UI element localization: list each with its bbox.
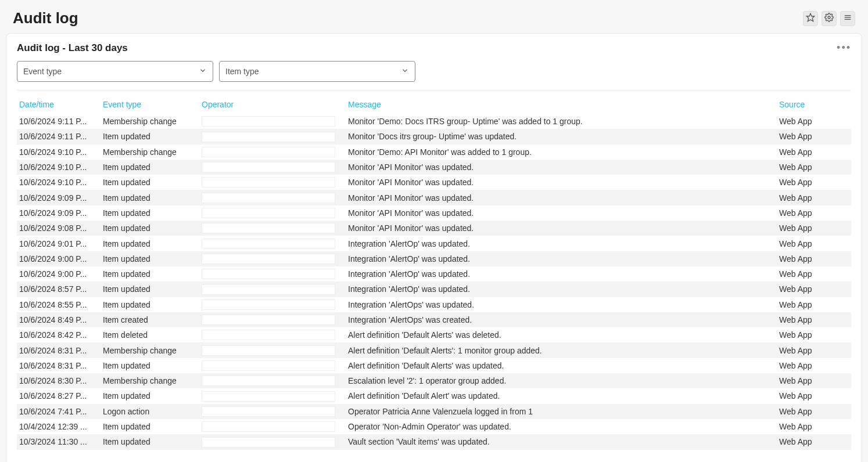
favorite-button[interactable] (803, 11, 818, 26)
audit-card: Audit log - Last 30 days ••• Event type … (6, 33, 862, 462)
table-row[interactable]: 10/6/2024 8:30 P...Membership changeEsca… (17, 373, 851, 388)
event-type-select[interactable]: Event type (17, 61, 213, 82)
item-type-select[interactable]: Item type (219, 61, 415, 82)
table-header-row: Date/time Event type Operator Message So… (17, 96, 851, 114)
svg-point-1 (828, 16, 830, 19)
table-row[interactable]: 10/6/2024 7:41 P...Logon actionOperator … (17, 404, 851, 419)
col-message[interactable]: Message (346, 96, 777, 114)
table-row[interactable]: 10/6/2024 9:09 P...Item updatedMonitor '… (17, 190, 851, 205)
cell-message: Monitor 'API Monitor' was updated. (346, 221, 777, 236)
table-row[interactable]: 10/6/2024 9:10 P...Item updatedMonitor '… (17, 175, 851, 190)
table-row[interactable]: 10/3/2024 11:30 ...Item updatedVault sec… (17, 434, 851, 449)
cell-message: Monitor 'API Monitor' was updated. (346, 190, 777, 205)
operator-redacted (202, 162, 335, 172)
cell-message: Operator 'Non-Admin Operator' was update… (346, 419, 777, 434)
cell-source: Web App (777, 388, 851, 403)
cell-operator (199, 251, 346, 266)
cell-message: Alert definition 'Default Alerts' was de… (346, 327, 777, 342)
cell-operator (199, 145, 346, 160)
table-row[interactable]: 10/6/2024 9:11 P...Membership changeMoni… (17, 114, 851, 129)
operator-redacted (202, 406, 335, 417)
table-row[interactable]: 10/6/2024 8:31 P...Membership changeAler… (17, 342, 851, 358)
gear-icon (824, 13, 834, 24)
header-actions (803, 11, 855, 26)
cell-message: Monitor 'API Monitor' was updated. (346, 205, 777, 221)
cell-source: Web App (777, 266, 851, 281)
operator-redacted (202, 360, 335, 371)
cell-datetime: 10/6/2024 9:10 P... (17, 145, 101, 160)
cell-message: Operator Patricia Anne Valenzuela logged… (346, 404, 777, 419)
settings-button[interactable] (822, 11, 837, 26)
cell-datetime: 10/6/2024 9:08 P... (17, 221, 101, 236)
cell-operator (199, 114, 346, 129)
table-row[interactable]: 10/6/2024 9:00 P...Item updatedIntegrati… (17, 266, 851, 281)
cell-event-type: Item created (101, 312, 199, 327)
table-row[interactable]: 10/6/2024 9:01 P...Item updatedIntegrati… (17, 236, 851, 251)
col-event-type[interactable]: Event type (101, 96, 199, 114)
cell-operator (199, 175, 346, 190)
table-row[interactable]: 10/6/2024 8:27 P...Item updatedAlert def… (17, 388, 851, 403)
cell-source: Web App (777, 129, 851, 144)
cell-source: Web App (777, 419, 851, 434)
cell-operator (199, 205, 346, 221)
table-row[interactable]: 10/6/2024 9:10 P...Item updatedMonitor '… (17, 160, 851, 175)
operator-redacted (202, 239, 335, 249)
table-row[interactable]: 10/6/2024 8:31 P...Item updatedAlert def… (17, 358, 851, 373)
cell-source: Web App (777, 221, 851, 236)
cell-operator (199, 221, 346, 236)
cell-event-type: Item updated (101, 175, 199, 190)
card-title: Audit log - Last 30 days (17, 42, 128, 54)
menu-button[interactable] (840, 11, 855, 26)
table-row[interactable]: 10/4/2024 12:39 ...Item updatedOperator … (17, 419, 851, 434)
cell-datetime: 10/6/2024 9:09 P... (17, 205, 101, 221)
cell-event-type: Item deleted (101, 327, 199, 342)
cell-source: Web App (777, 327, 851, 342)
table-row[interactable]: 10/6/2024 8:49 P...Item createdIntegrati… (17, 312, 851, 327)
card-more-button[interactable]: ••• (837, 42, 851, 54)
operator-redacted (202, 315, 335, 325)
cell-event-type: Membership change (101, 114, 199, 129)
cell-operator (199, 342, 346, 358)
table-row[interactable]: 10/6/2024 8:57 P...Item updatedIntegrati… (17, 281, 851, 297)
cell-operator (199, 358, 346, 373)
col-datetime[interactable]: Date/time (17, 96, 101, 114)
cell-datetime: 10/6/2024 9:01 P... (17, 236, 101, 251)
cell-datetime: 10/6/2024 8:42 P... (17, 327, 101, 342)
redacted-text (534, 408, 580, 416)
table-row[interactable]: 10/6/2024 8:55 P...Item updatedIntegrati… (17, 297, 851, 312)
table-row[interactable]: 10/6/2024 9:10 P...Membership changeMoni… (17, 145, 851, 160)
cell-event-type: Item updated (101, 160, 199, 175)
cell-datetime: 10/6/2024 9:09 P... (17, 190, 101, 205)
cell-message: Alert definition 'Default Alert' was upd… (346, 388, 777, 403)
cell-operator (199, 297, 346, 312)
operator-redacted (202, 269, 335, 279)
item-type-placeholder: Item type (225, 67, 259, 76)
cell-event-type: Item updated (101, 419, 199, 434)
cell-event-type: Item updated (101, 434, 199, 449)
cell-event-type: Item updated (101, 236, 199, 251)
cell-datetime: 10/6/2024 9:00 P... (17, 251, 101, 266)
audit-table: Date/time Event type Operator Message So… (17, 96, 851, 450)
cell-datetime: 10/6/2024 8:55 P... (17, 297, 101, 312)
table-row[interactable]: 10/6/2024 9:08 P...Item updatedMonitor '… (17, 221, 851, 236)
cell-source: Web App (777, 145, 851, 160)
cell-datetime: 10/6/2024 8:49 P... (17, 312, 101, 327)
operator-redacted (202, 299, 335, 310)
cell-event-type: Membership change (101, 342, 199, 358)
cell-event-type: Item updated (101, 358, 199, 373)
col-source[interactable]: Source (777, 96, 851, 114)
table-row[interactable]: 10/6/2024 9:09 P...Item updatedMonitor '… (17, 205, 851, 221)
table-row[interactable]: 10/6/2024 9:00 P...Item updatedIntegrati… (17, 251, 851, 266)
filters-row: Event type Item type (17, 61, 851, 91)
cell-datetime: 10/4/2024 12:39 ... (17, 419, 101, 434)
table-row[interactable]: 10/6/2024 8:42 P...Item deletedAlert def… (17, 327, 851, 342)
cell-event-type: Item updated (101, 281, 199, 297)
cell-message: Escalation level '2': 1 operator group a… (346, 373, 777, 388)
operator-redacted (202, 437, 335, 447)
hamburger-icon (843, 13, 852, 24)
cell-source: Web App (777, 312, 851, 327)
operator-redacted (202, 254, 335, 264)
col-operator[interactable]: Operator (199, 96, 346, 114)
table-row[interactable]: 10/6/2024 9:11 P...Item updatedMonitor '… (17, 129, 851, 144)
cell-event-type: Item updated (101, 190, 199, 205)
